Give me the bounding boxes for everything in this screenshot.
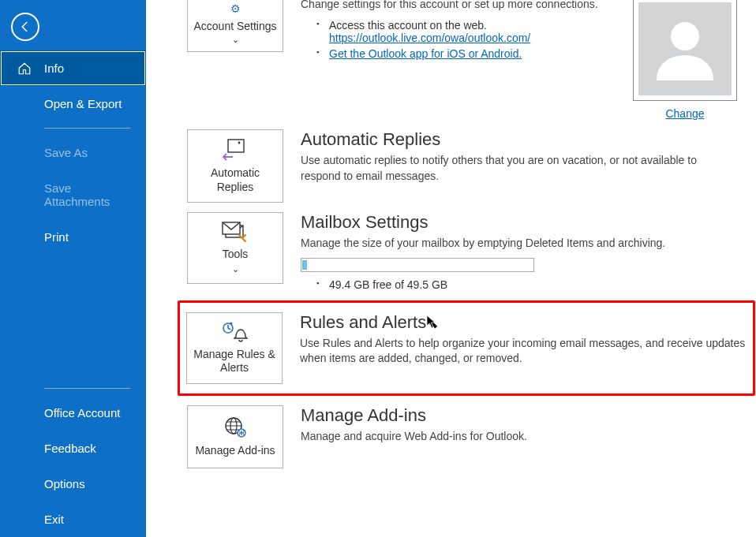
automatic-replies-heading: Automatic Replies (301, 129, 737, 150)
account-web-bullet: Access this account on the web. https://… (316, 19, 600, 44)
automatic-replies-tile[interactable]: Automatic Replies (187, 129, 283, 203)
nav-office-account-label: Office Account (44, 406, 120, 420)
person-icon (647, 11, 723, 87)
rules-alerts-desc: Use Rules and Alerts to help organize yo… (300, 336, 747, 367)
rules-alerts-heading: Rules and Alerts (300, 312, 747, 333)
cursor-icon (426, 315, 437, 329)
content-pane: ⚙ Account Settings ⌄ Change settings for… (146, 0, 756, 537)
rules-highlight: Manage Rules & Alerts Rules and Alerts ⬉… (178, 300, 755, 396)
automatic-replies-tile-label: Automatic Replies (193, 166, 278, 194)
nav-divider-bottom (44, 388, 130, 389)
svg-point-2 (238, 142, 241, 144)
account-desc: Change settings for this account or set … (301, 0, 600, 13)
nav-print-label: Print (44, 230, 69, 244)
backstage-sidebar: Info Open & Export Save As Save Attachme… (0, 0, 146, 537)
tools-icon (222, 221, 249, 243)
avatar-column: Change (633, 0, 737, 120)
avatar-frame (633, 0, 737, 101)
nav-info[interactable]: Info (0, 50, 146, 86)
chevron-down-icon: ⌄ (232, 35, 239, 44)
change-avatar-link[interactable]: Change (665, 107, 704, 120)
nav-info-label: Info (44, 62, 64, 75)
home-icon (17, 62, 32, 76)
svg-point-6 (230, 322, 232, 324)
mailbox-settings-desc: Manage the size of your mailbox by empty… (301, 236, 737, 252)
nav-save-attachments: Save Attachments (0, 170, 146, 219)
addins-icon (222, 416, 249, 439)
back-button[interactable] (11, 13, 39, 41)
nav-divider (44, 128, 130, 129)
nav-exit-label: Exit (44, 513, 64, 526)
account-settings-tile[interactable]: ⚙ Account Settings ⌄ (187, 0, 283, 52)
nav-feedback-label: Feedback (44, 442, 96, 455)
nav-print[interactable]: Print (0, 219, 146, 255)
account-web-link[interactable]: https://outlook.live.com/owa/outlook.com… (329, 32, 530, 44)
nav-open-export-label: Open & Export (44, 97, 122, 110)
nav-save-as-label: Save As (44, 146, 88, 159)
account-web-text: Access this account on the web. (329, 19, 487, 32)
manage-addins-heading: Manage Add-ins (301, 405, 737, 426)
chevron-down-icon: ⌄ (232, 264, 239, 274)
automatic-replies-icon (222, 138, 249, 162)
tools-tile-label: Tools (223, 248, 249, 260)
arrow-left-icon (18, 20, 32, 34)
manage-addins-desc: Manage and acquire Web Add-ins for Outlo… (301, 429, 737, 445)
manage-addins-tile[interactable]: Manage Add-ins (187, 405, 283, 468)
mailbox-free-text: 49.4 GB free of 49.5 GB (316, 278, 737, 291)
manage-addins-tile-label: Manage Add-ins (195, 444, 275, 458)
svg-point-0 (671, 22, 699, 50)
rules-alerts-icon (220, 321, 249, 343)
nav-office-account[interactable]: Office Account (0, 395, 146, 431)
mailbox-progress (301, 258, 534, 272)
svg-rect-1 (228, 140, 244, 152)
automatic-replies-desc: Use automatic replies to notify others t… (301, 153, 737, 184)
get-app-link[interactable]: Get the Outlook app for iOS or Android. (329, 47, 522, 60)
account-settings-label: Account Settings (193, 20, 276, 32)
mailbox-settings-heading: Mailbox Settings (301, 212, 737, 233)
nav-options[interactable]: Options (0, 466, 146, 502)
nav-exit[interactable]: Exit (0, 502, 146, 537)
manage-rules-alerts-label: Manage Rules & Alerts (192, 348, 277, 375)
nav-save-attachments-label: Save Attachments (44, 181, 110, 208)
tools-tile[interactable]: Tools⌄ (187, 212, 283, 284)
manage-rules-alerts-tile[interactable]: Manage Rules & Alerts (186, 312, 283, 384)
nav-options-label: Options (44, 477, 85, 490)
gear-icon: ⚙ (193, 2, 278, 15)
nav-open-export[interactable]: Open & Export (0, 86, 146, 121)
nav-feedback[interactable]: Feedback (0, 431, 146, 466)
nav-save-as: Save As (0, 135, 146, 170)
